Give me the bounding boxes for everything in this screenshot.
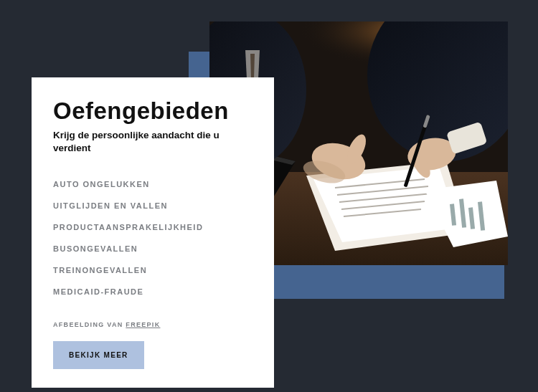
- card-title: Oefengebieden: [53, 97, 253, 125]
- practice-area-item[interactable]: AUTO ONGELUKKEN: [53, 173, 253, 195]
- practice-areas-card: Oefengebieden Krijg de persoonlijke aand…: [32, 77, 274, 388]
- practice-area-item[interactable]: BUSONGEVALLEN: [53, 238, 253, 259]
- practice-area-item[interactable]: MEDICAID-FRAUDE: [53, 281, 253, 302]
- practice-area-item[interactable]: PRODUCTAANSPRAKELIJKHEID: [53, 216, 253, 238]
- credit-link[interactable]: FREEPIK: [126, 321, 160, 328]
- practice-area-item[interactable]: TREINONGEVALLEN: [53, 259, 253, 281]
- view-more-button[interactable]: BEKIJK MEER: [53, 341, 144, 369]
- card-subtitle: Krijg de persoonlijke aandacht die u ver…: [53, 129, 253, 155]
- image-credit: AFBEELDING VAN FREEPIK: [53, 321, 253, 328]
- practice-area-item[interactable]: UITGLIJDEN EN VALLEN: [53, 195, 253, 216]
- practice-areas-list: AUTO ONGELUKKEN UITGLIJDEN EN VALLEN PRO…: [53, 173, 253, 302]
- credit-prefix: AFBEELDING VAN: [53, 321, 126, 328]
